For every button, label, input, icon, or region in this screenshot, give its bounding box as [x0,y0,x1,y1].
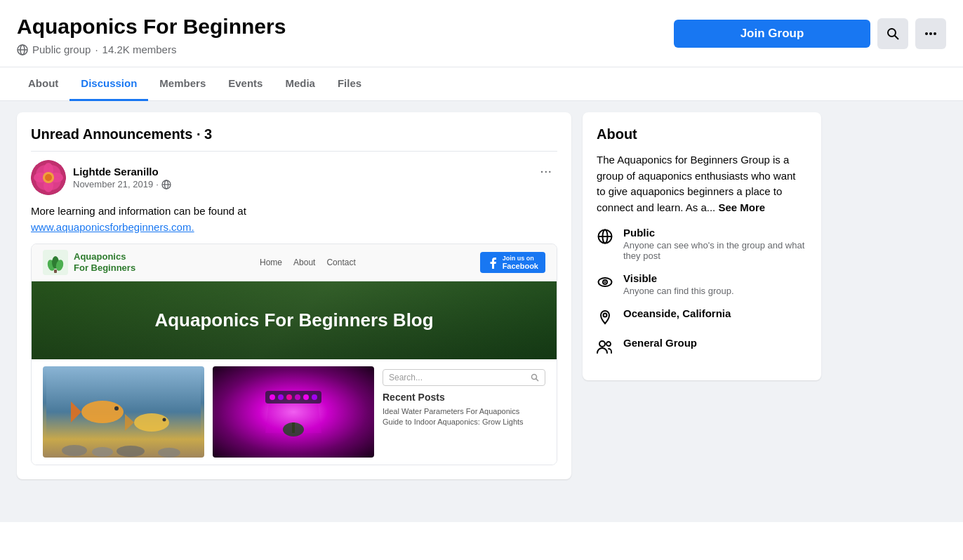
post-dot: · [156,179,159,189]
page-header: Aquaponics For Beginners Public group · … [0,0,963,67]
fish-thumbnail [43,366,204,458]
svg-point-35 [62,445,87,456]
about-card-title: About [597,126,807,142]
tab-files[interactable]: Files [326,67,373,101]
hero-banner: Aquaponics For Beginners Blog [32,281,557,359]
about-description: The Aquaponics for Beginners Group is a … [597,152,807,215]
author-details: Lightde Seranillo November 21, 2019 · [73,166,171,189]
header-left: Aquaponics For Beginners Public group · … [17,14,286,67]
tab-members[interactable]: Members [148,67,217,101]
grow-light-svg [258,384,328,440]
search-icon [886,27,900,41]
post-date: November 21, 2019 · [73,179,171,189]
join-group-button[interactable]: Join Group [674,20,870,48]
svg-point-7 [934,32,936,35]
post-link[interactable]: www.aquaponicsforbeginners.com. [31,221,194,233]
recent-post-item-1: Ideal Water Parameters For Aquaponics [383,407,545,415]
fb-icon [487,256,500,269]
website-nav-bar: Aquaponics For Beginners Home About Cont… [32,244,557,281]
group-meta: Public group · 14.2K members [17,44,286,55]
group-icon [597,338,613,355]
svg-point-57 [604,314,607,317]
post-text: More learning and information can be fou… [31,204,557,235]
about-item-group-type: General Group [597,337,807,355]
svg-point-38 [158,448,180,458]
header-right: Join Group [674,18,946,63]
tab-discussion[interactable]: Discussion [69,67,148,101]
svg-point-56 [604,281,606,283]
svg-point-34 [163,418,166,422]
about-item-location: Oceanside, California [597,307,807,326]
eye-icon [597,274,613,291]
globe-icon-about [597,228,613,245]
more-options-button[interactable] [915,18,946,49]
svg-rect-26 [54,269,57,273]
site-logo-icon [43,250,68,275]
see-more-button[interactable]: See More [718,201,765,213]
dot-separator: · [95,44,98,55]
post-header: Lightde Seranillo November 21, 2019 · [31,160,557,195]
svg-point-37 [117,446,145,457]
recent-posts-title: Recent Posts [383,392,545,403]
svg-point-58 [599,341,605,347]
post-globe-icon [161,180,171,189]
post-author-info: Lightde Seranillo November 21, 2019 · [31,160,171,195]
fb-join-badge: Join us on Facebook [480,252,545,273]
about-card: About The Aquaponics for Beginners Group… [583,112,821,380]
site-logo-area: Aquaponics For Beginners [43,250,135,275]
search-bar-preview: Search... [383,369,545,386]
svg-point-45 [312,394,317,400]
group-type: Public group [32,44,91,55]
svg-point-36 [92,447,113,457]
svg-rect-48 [292,422,295,433]
svg-point-40 [270,394,275,400]
nav-tabs: About Discussion Members Events Media Fi… [0,67,963,101]
about-item-visible: Visible Anyone can find this group. [597,272,807,296]
divider [31,151,557,152]
svg-point-59 [606,342,611,346]
author-name: Lightde Seranillo [73,166,171,178]
svg-point-29 [81,401,124,423]
search-button[interactable] [877,18,908,49]
member-count: 14.2K members [102,44,177,55]
svg-point-42 [286,394,292,400]
main-content: Unread Announcements · 3 [0,101,963,522]
announcements-title: Unread Announcements · 3 [31,126,557,142]
svg-point-31 [114,406,119,411]
about-item-public: Public Anyone can see who's in the group… [597,227,807,261]
tab-events[interactable]: Events [217,67,274,101]
site-nav-links: Home About Contact [260,258,356,267]
svg-point-41 [278,394,284,400]
svg-point-32 [134,413,169,432]
tab-media[interactable]: Media [274,67,326,101]
website-bottom: Search... Recent Posts Ideal Water Param… [32,359,557,465]
flower-svg [31,160,66,195]
svg-line-4 [895,35,899,39]
more-icon [924,27,938,41]
tab-about[interactable]: About [17,67,69,101]
right-column: About The Aquaponics for Beginners Group… [583,112,821,511]
post-more-button[interactable]: ··· [534,160,557,182]
website-preview: Aquaponics For Beginners Home About Cont… [31,244,557,465]
svg-point-49 [532,375,537,380]
left-column: Unread Announcements · 3 [17,112,571,511]
svg-point-18 [45,174,52,181]
light-thumbnail [213,366,374,458]
hero-title: Aquaponics For Beginners Blog [154,309,433,331]
globe-icon [17,44,28,55]
avatar [31,160,66,195]
preview-search-icon [531,373,539,382]
svg-point-44 [303,394,309,400]
svg-point-6 [929,32,932,35]
svg-point-3 [888,29,896,36]
avatar-image [31,160,66,195]
group-title: Aquaponics For Beginners [17,14,286,39]
svg-point-5 [925,32,928,35]
announcements-card: Unread Announcements · 3 [17,112,571,479]
site-logo-text: Aquaponics For Beginners [74,251,135,273]
fish-svg [46,366,201,458]
location-icon [597,309,613,326]
recent-post-item-2: Guide to Indoor Aquaponics: Grow Lights [383,418,545,426]
svg-line-50 [536,379,539,382]
svg-point-43 [295,394,300,400]
